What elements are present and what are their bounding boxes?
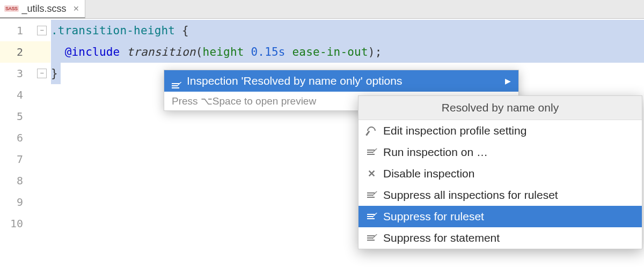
line-number: 9 [0, 196, 30, 209]
item-label: Run inspection on … [383, 146, 488, 159]
disable-inspection-item[interactable]: ✕ Disable inspection [358, 163, 642, 184]
code-line[interactable]: } [51, 63, 61, 84]
popup-title: Resolved by name only [358, 96, 642, 120]
line-number: 5 [0, 110, 30, 123]
wrench-icon [366, 126, 377, 135]
line-number: 10 [0, 217, 30, 230]
suppress-all-ruleset-item[interactable]: Suppress all inspections for ruleset [358, 184, 642, 206]
tok-arg: height [203, 46, 244, 58]
chevron-right-icon: ▶ [505, 77, 511, 85]
item-label: Suppress for statement [383, 232, 500, 244]
code-line[interactable]: @include transition(height 0.15s ease-in… [51, 41, 644, 63]
tok-mixin-call: transition [127, 46, 195, 58]
close-icon: ✕ [366, 168, 377, 180]
suppress-ruleset-item[interactable]: Suppress for ruleset [358, 206, 642, 227]
line-number: 7 [0, 153, 30, 166]
tok-brace: } [51, 67, 58, 80]
tok-arg: ease-in-out [292, 46, 368, 58]
item-label: Disable inspection [383, 167, 474, 180]
lines-pencil-icon [366, 214, 377, 219]
close-icon[interactable]: ✕ [73, 4, 79, 13]
tok-brace: { [182, 24, 189, 37]
gutter: 1 2 3 4 5 6 7 8 9 10 [0, 19, 51, 268]
edit-inspection-profile-item[interactable]: Edit inspection profile setting [358, 120, 642, 142]
line-number: 4 [0, 88, 30, 101]
fold-toggle-icon[interactable] [37, 69, 47, 78]
line-number: 2 [0, 46, 30, 58]
line-number: 8 [0, 174, 30, 187]
inspection-options-popup: Resolved by name only Edit inspection pr… [358, 95, 642, 249]
lines-pencil-icon [366, 150, 377, 155]
tok-selector: .transition-height [51, 24, 182, 37]
lines-pencil-icon [366, 192, 377, 198]
item-label: Suppress all inspections for ruleset [383, 189, 558, 202]
code-line[interactable]: .transition-height { [51, 20, 644, 41]
fold-toggle-icon[interactable] [37, 26, 47, 35]
run-inspection-item[interactable]: Run inspection on … [358, 142, 642, 163]
intention-label: Inspection 'Resolved by name only' optio… [187, 75, 402, 87]
line-number: 6 [0, 131, 30, 144]
tab-filename: _utils.scss [22, 3, 67, 14]
item-label: Suppress for ruleset [383, 210, 484, 223]
lines-pencil-icon [172, 74, 180, 88]
tok-at-rule: @include [65, 46, 120, 58]
lines-pencil-icon [366, 235, 377, 241]
intention-popup-item[interactable]: Inspection 'Resolved by name only' optio… [164, 70, 518, 92]
line-number: 3 [0, 67, 30, 80]
tab-bar: SASS _utils.scss ✕ [0, 0, 644, 19]
sass-badge-icon: SASS [4, 5, 19, 12]
line-number: 1 [0, 24, 30, 37]
item-label: Edit inspection profile setting [383, 124, 526, 137]
suppress-statement-item[interactable]: Suppress for statement [358, 227, 642, 249]
file-tab[interactable]: SASS _utils.scss ✕ [0, 0, 85, 18]
indent [51, 46, 65, 58]
tok-arg: 0.15s [251, 46, 285, 58]
